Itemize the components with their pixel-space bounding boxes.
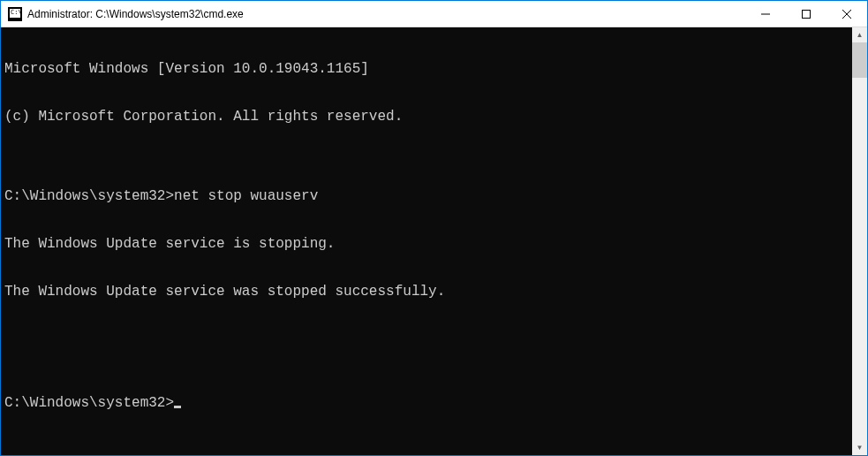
scroll-track[interactable] (852, 42, 867, 440)
cmd-icon: C:\ (8, 7, 22, 21)
scroll-thumb[interactable] (852, 42, 867, 78)
maximize-button[interactable] (786, 1, 826, 27)
titlebar[interactable]: C:\ Administrator: C:\Windows\system32\c… (1, 1, 867, 27)
terminal-prompt-line: C:\Windows\system32> (4, 395, 849, 411)
scroll-up-button[interactable]: ▲ (852, 27, 867, 42)
terminal-line: The Windows Update service is stopping. (4, 236, 849, 252)
terminal-line: (c) Microsoft Corporation. All rights re… (4, 109, 849, 125)
terminal-line: Microsoft Windows [Version 10.0.19043.11… (4, 61, 849, 77)
window-controls (745, 1, 867, 27)
vertical-scrollbar[interactable]: ▲ ▼ (852, 27, 867, 455)
chevron-down-icon: ▼ (857, 444, 864, 452)
terminal-line: The Windows Update service was stopped s… (4, 284, 849, 300)
svg-rect-1 (803, 10, 811, 18)
terminal-prompt: C:\Windows\system32> (4, 395, 174, 411)
cmd-window: C:\ Administrator: C:\Windows\system32\c… (0, 0, 868, 456)
terminal-area: Microsoft Windows [Version 10.0.19043.11… (1, 27, 867, 455)
chevron-up-icon: ▲ (857, 31, 864, 39)
window-title: Administrator: C:\Windows\system32\cmd.e… (27, 8, 745, 20)
minimize-button[interactable] (745, 1, 786, 27)
scroll-down-button[interactable]: ▼ (852, 440, 867, 455)
close-button[interactable] (826, 1, 867, 27)
terminal[interactable]: Microsoft Windows [Version 10.0.19043.11… (1, 27, 852, 455)
cursor (174, 406, 181, 408)
terminal-line: C:\Windows\system32>net stop wuauserv (4, 188, 849, 204)
